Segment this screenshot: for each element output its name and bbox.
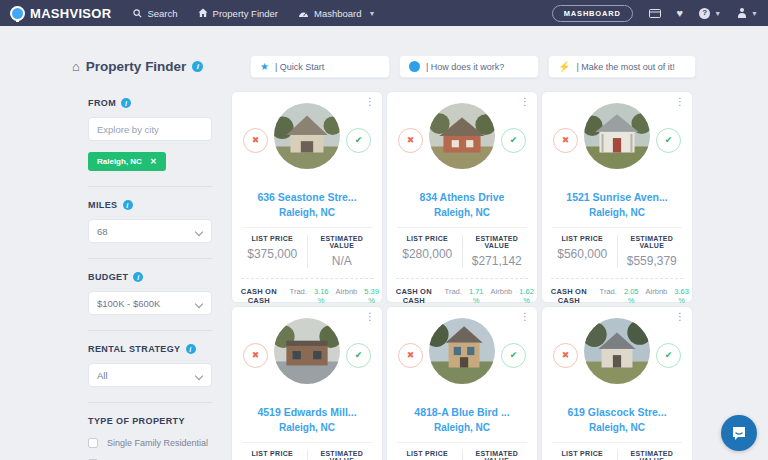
rental-strategy-value: All [97, 370, 108, 381]
help-menu[interactable]: ? ▼ [699, 8, 721, 19]
property-address-link[interactable]: 4818-A Blue Bird ... [387, 406, 537, 418]
messages-icon[interactable] [649, 9, 661, 18]
reject-property-button[interactable]: ✖ [243, 128, 268, 153]
brand-logo[interactable]: MASHVISOR [10, 6, 111, 21]
list-price-value: $560,000 [548, 247, 617, 261]
info-icon[interactable]: i [192, 61, 203, 72]
property-address-link[interactable]: 834 Athens Drive [387, 191, 537, 203]
trad-value: 3.16 % [311, 287, 332, 305]
nav-item-property-finder[interactable]: Property Finder [198, 8, 278, 19]
trad-label: Trad. [445, 287, 462, 296]
property-city: Raleigh, NC [387, 422, 537, 433]
property-address-link[interactable]: 1521 Sunrise Aven... [542, 191, 692, 203]
budget-value: $100K - $600K [97, 298, 160, 309]
accept-property-button[interactable]: ✔ [346, 128, 371, 153]
list-price-label: LIST PRICE [238, 235, 307, 242]
home-icon: ⌂ [72, 59, 80, 74]
city-search-input[interactable] [88, 117, 212, 141]
chat-widget-button[interactable] [721, 415, 757, 451]
divider [242, 227, 372, 228]
page-header: ⌂ Property Finder i ★ | Quick Start ? | … [72, 55, 696, 78]
divider [242, 442, 372, 443]
divider [88, 258, 212, 259]
divider [88, 186, 212, 187]
miles-select[interactable]: 68 [88, 219, 212, 243]
quick-start-button[interactable]: ★ | Quick Start [250, 55, 390, 78]
quick-start-label: | Quick Start [275, 62, 324, 72]
star-icon: ★ [260, 62, 269, 72]
chat-icon [731, 425, 747, 441]
list-price-value: $375,000 [238, 247, 307, 261]
accept-property-button[interactable]: ✔ [346, 343, 371, 368]
property-photo [584, 103, 650, 169]
property-card: ⋮ ✖ ✔ 4519 Edwards Mill... Raleigh, NC L… [231, 306, 383, 460]
top-navbar: MASHVISOR Search Property Finder Mashboa… [0, 0, 768, 26]
from-label: FROM i [88, 98, 212, 108]
property-address-link[interactable]: 619 Glascock Stre... [542, 406, 692, 418]
chevron-down-icon: ▼ [751, 10, 758, 17]
property-address-link[interactable]: 636 Seastone Stre... [232, 191, 382, 203]
miles-label: MILES i [88, 200, 212, 210]
how-does-it-work-label: | How does it work? [426, 62, 504, 72]
list-price-label: LIST PRICE [548, 235, 617, 242]
property-card: ⋮ ✖ ✔ 834 Athens Drive Raleigh, NC LIST … [386, 91, 538, 303]
lightning-icon: ⚡ [558, 62, 570, 72]
estimated-value-label: ESTIMATED VALUE [618, 450, 687, 460]
trad-label: Trad. [290, 287, 307, 296]
reject-property-button[interactable]: ✖ [398, 128, 423, 153]
mashboard-button[interactable]: MASHBOARD [552, 5, 633, 22]
nav-item-label: Property Finder [213, 8, 278, 19]
estimated-value-label: ESTIMATED VALUE [308, 235, 377, 249]
accept-property-button[interactable]: ✔ [501, 128, 526, 153]
estimated-value: $559,379 [618, 254, 687, 268]
how-does-it-work-button[interactable]: ? | How does it work? [399, 55, 539, 78]
divider [88, 402, 212, 403]
budget-select[interactable]: $100K - $600K [88, 291, 212, 315]
reject-property-button[interactable]: ✖ [553, 343, 578, 368]
reject-property-button[interactable]: ✖ [553, 128, 578, 153]
property-photo [429, 318, 495, 384]
city-tag: Raleigh, NC ✕ [88, 152, 166, 171]
property-city: Raleigh, NC [232, 422, 382, 433]
checkbox-single-family[interactable]: Single Family Residential [88, 438, 212, 448]
property-cards-grid: ⋮ ✖ ✔ 636 Seastone Stre... Raleigh, NC L… [231, 91, 693, 460]
estimated-value-label: ESTIMATED VALUE [618, 235, 687, 249]
property-city: Raleigh, NC [387, 207, 537, 218]
type-of-property-label: TYPE OF PROPERTY [88, 416, 212, 426]
accept-property-button[interactable]: ✔ [656, 343, 681, 368]
search-icon [133, 9, 142, 18]
airbnb-value: 5.39 % [361, 287, 382, 305]
property-photo [274, 103, 340, 169]
filters-sidebar: FROM i Raleigh, NC ✕ MILES i 68 BUDGET i… [88, 98, 212, 460]
divider [241, 278, 373, 279]
nav-item-search[interactable]: Search [133, 8, 177, 19]
chevron-down-icon: ▼ [714, 10, 721, 17]
nav-item-label: Search [147, 8, 177, 19]
info-icon[interactable]: i [186, 344, 196, 354]
reject-property-button[interactable]: ✖ [243, 343, 268, 368]
rental-strategy-select[interactable]: All [88, 363, 212, 387]
accept-property-button[interactable]: ✔ [501, 343, 526, 368]
reject-property-button[interactable]: ✖ [398, 343, 423, 368]
list-price-label: LIST PRICE [238, 450, 307, 457]
divider [396, 278, 528, 279]
property-photo [429, 103, 495, 169]
accept-property-button[interactable]: ✔ [656, 128, 681, 153]
info-icon[interactable]: i [123, 200, 133, 210]
info-icon[interactable]: i [133, 272, 143, 282]
make-the-most-button[interactable]: ⚡ | Make the most out of it! [548, 55, 696, 78]
info-icon[interactable]: i [121, 98, 131, 108]
brand-name: MASHVISOR [30, 6, 111, 21]
property-address-link[interactable]: 4519 Edwards Mill... [232, 406, 382, 418]
property-city: Raleigh, NC [542, 422, 692, 433]
user-icon [737, 8, 747, 18]
account-menu[interactable]: ▼ [737, 8, 758, 18]
list-price-value: $280,000 [393, 247, 462, 261]
remove-tag-icon[interactable]: ✕ [150, 157, 157, 166]
property-card: ⋮ ✖ ✔ 1521 Sunrise Aven... Raleigh, NC L… [541, 91, 693, 303]
favorites-heart-icon[interactable]: ♥ [677, 8, 684, 19]
mashboard-icon [298, 9, 309, 18]
estimated-value-label: ESTIMATED VALUE [463, 235, 532, 249]
make-the-most-label: | Make the most out of it! [576, 62, 674, 72]
nav-item-mashboard[interactable]: Mashboard ▼ [298, 8, 375, 19]
